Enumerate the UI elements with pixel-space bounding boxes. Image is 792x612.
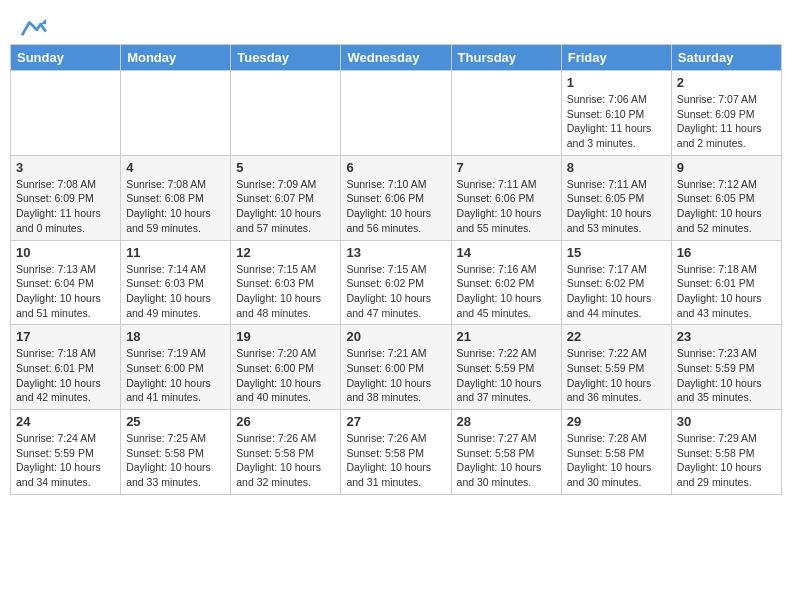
day-number: 16 [677,245,776,260]
page-container: SundayMondayTuesdayWednesdayThursdayFrid… [0,0,792,495]
weekday-header-friday: Friday [561,45,671,71]
calendar-cell: 12Sunrise: 7:15 AM Sunset: 6:03 PM Dayli… [231,240,341,325]
calendar-cell: 30Sunrise: 7:29 AM Sunset: 5:58 PM Dayli… [671,410,781,495]
day-info: Sunrise: 7:20 AM Sunset: 6:00 PM Dayligh… [236,346,335,405]
calendar-week-2: 3Sunrise: 7:08 AM Sunset: 6:09 PM Daylig… [11,155,782,240]
calendar-cell: 29Sunrise: 7:28 AM Sunset: 5:58 PM Dayli… [561,410,671,495]
day-number: 6 [346,160,445,175]
calendar-cell: 6Sunrise: 7:10 AM Sunset: 6:06 PM Daylig… [341,155,451,240]
calendar-week-4: 17Sunrise: 7:18 AM Sunset: 6:01 PM Dayli… [11,325,782,410]
day-info: Sunrise: 7:10 AM Sunset: 6:06 PM Dayligh… [346,177,445,236]
weekday-header-thursday: Thursday [451,45,561,71]
day-info: Sunrise: 7:16 AM Sunset: 6:02 PM Dayligh… [457,262,556,321]
day-info: Sunrise: 7:18 AM Sunset: 6:01 PM Dayligh… [16,346,115,405]
calendar-cell: 5Sunrise: 7:09 AM Sunset: 6:07 PM Daylig… [231,155,341,240]
day-info: Sunrise: 7:19 AM Sunset: 6:00 PM Dayligh… [126,346,225,405]
calendar-cell: 23Sunrise: 7:23 AM Sunset: 5:59 PM Dayli… [671,325,781,410]
calendar-cell: 17Sunrise: 7:18 AM Sunset: 6:01 PM Dayli… [11,325,121,410]
calendar-cell: 20Sunrise: 7:21 AM Sunset: 6:00 PM Dayli… [341,325,451,410]
weekday-header-sunday: Sunday [11,45,121,71]
day-info: Sunrise: 7:07 AM Sunset: 6:09 PM Dayligh… [677,92,776,151]
calendar-cell: 1Sunrise: 7:06 AM Sunset: 6:10 PM Daylig… [561,71,671,156]
day-number: 17 [16,329,115,344]
calendar-cell: 22Sunrise: 7:22 AM Sunset: 5:59 PM Dayli… [561,325,671,410]
calendar-cell [11,71,121,156]
day-number: 30 [677,414,776,429]
day-info: Sunrise: 7:09 AM Sunset: 6:07 PM Dayligh… [236,177,335,236]
day-number: 9 [677,160,776,175]
weekday-header-row: SundayMondayTuesdayWednesdayThursdayFrid… [11,45,782,71]
day-number: 28 [457,414,556,429]
day-info: Sunrise: 7:22 AM Sunset: 5:59 PM Dayligh… [567,346,666,405]
calendar-cell [121,71,231,156]
calendar-cell: 28Sunrise: 7:27 AM Sunset: 5:58 PM Dayli… [451,410,561,495]
calendar-cell: 16Sunrise: 7:18 AM Sunset: 6:01 PM Dayli… [671,240,781,325]
day-info: Sunrise: 7:27 AM Sunset: 5:58 PM Dayligh… [457,431,556,490]
calendar-cell: 8Sunrise: 7:11 AM Sunset: 6:05 PM Daylig… [561,155,671,240]
day-info: Sunrise: 7:29 AM Sunset: 5:58 PM Dayligh… [677,431,776,490]
calendar-week-3: 10Sunrise: 7:13 AM Sunset: 6:04 PM Dayli… [11,240,782,325]
calendar-cell: 4Sunrise: 7:08 AM Sunset: 6:08 PM Daylig… [121,155,231,240]
calendar-week-5: 24Sunrise: 7:24 AM Sunset: 5:59 PM Dayli… [11,410,782,495]
day-number: 21 [457,329,556,344]
day-info: Sunrise: 7:15 AM Sunset: 6:02 PM Dayligh… [346,262,445,321]
day-number: 23 [677,329,776,344]
day-info: Sunrise: 7:14 AM Sunset: 6:03 PM Dayligh… [126,262,225,321]
day-number: 14 [457,245,556,260]
day-info: Sunrise: 7:26 AM Sunset: 5:58 PM Dayligh… [346,431,445,490]
calendar-cell: 7Sunrise: 7:11 AM Sunset: 6:06 PM Daylig… [451,155,561,240]
weekday-header-monday: Monday [121,45,231,71]
calendar-cell: 13Sunrise: 7:15 AM Sunset: 6:02 PM Dayli… [341,240,451,325]
day-info: Sunrise: 7:23 AM Sunset: 5:59 PM Dayligh… [677,346,776,405]
calendar-cell: 3Sunrise: 7:08 AM Sunset: 6:09 PM Daylig… [11,155,121,240]
day-info: Sunrise: 7:13 AM Sunset: 6:04 PM Dayligh… [16,262,115,321]
calendar-cell: 10Sunrise: 7:13 AM Sunset: 6:04 PM Dayli… [11,240,121,325]
day-number: 1 [567,75,666,90]
day-number: 5 [236,160,335,175]
calendar-cell: 27Sunrise: 7:26 AM Sunset: 5:58 PM Dayli… [341,410,451,495]
day-number: 10 [16,245,115,260]
day-number: 26 [236,414,335,429]
day-number: 3 [16,160,115,175]
day-number: 4 [126,160,225,175]
day-number: 12 [236,245,335,260]
day-info: Sunrise: 7:18 AM Sunset: 6:01 PM Dayligh… [677,262,776,321]
calendar-cell: 11Sunrise: 7:14 AM Sunset: 6:03 PM Dayli… [121,240,231,325]
day-number: 13 [346,245,445,260]
calendar-cell: 15Sunrise: 7:17 AM Sunset: 6:02 PM Dayli… [561,240,671,325]
calendar-cell: 26Sunrise: 7:26 AM Sunset: 5:58 PM Dayli… [231,410,341,495]
day-number: 20 [346,329,445,344]
day-info: Sunrise: 7:06 AM Sunset: 6:10 PM Dayligh… [567,92,666,151]
calendar-week-1: 1Sunrise: 7:06 AM Sunset: 6:10 PM Daylig… [11,71,782,156]
calendar-cell: 9Sunrise: 7:12 AM Sunset: 6:05 PM Daylig… [671,155,781,240]
day-number: 8 [567,160,666,175]
day-number: 22 [567,329,666,344]
day-number: 2 [677,75,776,90]
weekday-header-tuesday: Tuesday [231,45,341,71]
calendar-cell: 2Sunrise: 7:07 AM Sunset: 6:09 PM Daylig… [671,71,781,156]
header [0,0,792,44]
day-info: Sunrise: 7:12 AM Sunset: 6:05 PM Dayligh… [677,177,776,236]
calendar-cell: 19Sunrise: 7:20 AM Sunset: 6:00 PM Dayli… [231,325,341,410]
calendar-cell [451,71,561,156]
weekday-header-wednesday: Wednesday [341,45,451,71]
calendar-cell: 21Sunrise: 7:22 AM Sunset: 5:59 PM Dayli… [451,325,561,410]
day-number: 29 [567,414,666,429]
weekday-header-saturday: Saturday [671,45,781,71]
day-number: 25 [126,414,225,429]
day-info: Sunrise: 7:25 AM Sunset: 5:58 PM Dayligh… [126,431,225,490]
calendar-cell: 24Sunrise: 7:24 AM Sunset: 5:59 PM Dayli… [11,410,121,495]
day-info: Sunrise: 7:11 AM Sunset: 6:06 PM Dayligh… [457,177,556,236]
day-number: 24 [16,414,115,429]
day-info: Sunrise: 7:26 AM Sunset: 5:58 PM Dayligh… [236,431,335,490]
calendar-cell: 14Sunrise: 7:16 AM Sunset: 6:02 PM Dayli… [451,240,561,325]
logo-icon [20,15,48,39]
day-number: 7 [457,160,556,175]
calendar-cell [341,71,451,156]
day-number: 18 [126,329,225,344]
day-info: Sunrise: 7:22 AM Sunset: 5:59 PM Dayligh… [457,346,556,405]
day-info: Sunrise: 7:21 AM Sunset: 6:00 PM Dayligh… [346,346,445,405]
day-number: 11 [126,245,225,260]
day-info: Sunrise: 7:28 AM Sunset: 5:58 PM Dayligh… [567,431,666,490]
day-info: Sunrise: 7:15 AM Sunset: 6:03 PM Dayligh… [236,262,335,321]
